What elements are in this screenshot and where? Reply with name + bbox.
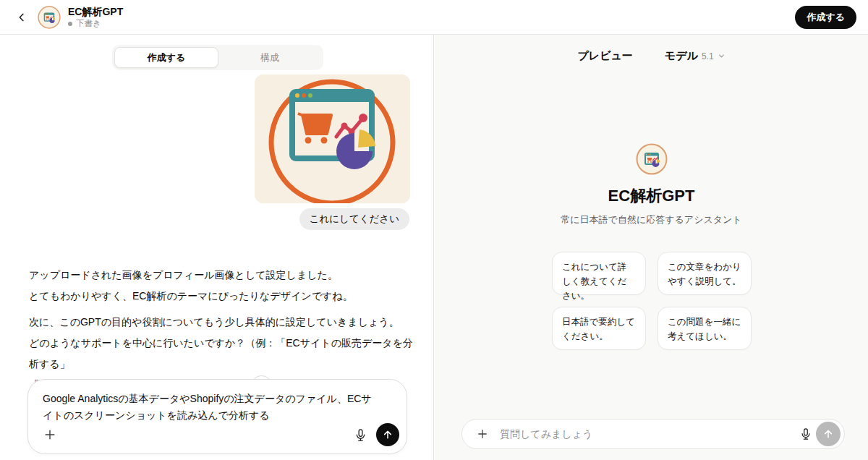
status-label: 下書き [76,19,101,28]
gpt-avatar-icon [636,143,668,175]
arrow-up-icon [382,429,393,440]
message-line: 次に、このGPTの目的や役割についてもう少し具体的に設定していきましょう。 [29,312,416,333]
message-input[interactable]: Google Analyticsの基本データやShopifyの注文データのファイ… [28,380,393,424]
conversation-starters: これについて詳しく教えてください。 この文章をわかりやすく説明して。 日本語で要… [552,252,752,350]
composer-toolbar [40,423,399,446]
gpt-preview-title: EC解析GPT [435,185,868,207]
gpt-hero: EC解析GPT 常に日本語で自然に応答するアシスタント [435,143,868,226]
starter-card[interactable]: 日本語で要約してください。 [552,307,646,350]
starter-card[interactable]: この文章をわかりやすく説明して。 [658,252,752,295]
model-label: モデル [665,49,698,63]
starter-card[interactable]: これについて詳しく教えてください。 [552,252,646,295]
model-version: 5.1 [702,51,714,61]
plus-icon [43,427,57,442]
gpt-name: EC解析GPT [68,6,123,17]
model-selector[interactable]: モデル 5.1 [665,49,726,63]
preview-panel: プレビュー モデル 5.1 [435,35,868,460]
builder-tabs: 作成する 構成 [112,45,323,70]
gpt-preview-subtitle: 常に日本語で自然に応答するアシスタント [435,213,868,226]
ec-analytics-illustration [255,74,410,203]
attach-button[interactable] [40,425,60,445]
preview-header: プレビュー モデル 5.1 [435,49,868,63]
status-dot-icon [68,22,72,26]
message-line: どのようなサポートを中心に行いたいですか？（例：「ECサイトの販売データを分析す… [29,333,416,375]
microphone-icon [799,427,812,440]
assistant-message-area: アップロードされた画像をプロフィール画像として設定しました。 とてもわかりやすく… [29,265,416,396]
back-button[interactable] [12,7,32,27]
gpt-avatar [38,6,61,29]
generated-profile-image[interactable] [255,74,410,203]
tab-create[interactable]: 作成する [114,47,218,68]
create-button[interactable]: 作成する [795,6,856,29]
chevron-down-icon [718,52,726,60]
dictation-button[interactable] [796,424,816,444]
attach-button[interactable] [472,424,493,444]
preview-composer[interactable] [461,419,845,449]
gpt-avatar-icon [38,6,61,29]
plus-icon [476,427,489,440]
preview-chat-input[interactable] [500,428,796,440]
use-this-image-button[interactable]: これにしてください [299,208,409,230]
preview-title: プレビュー [577,49,632,63]
assistant-message: アップロードされた画像をプロフィール画像として設定しました。 とてもわかりやすく… [29,265,416,307]
send-button[interactable] [376,423,399,446]
message-line: とてもわかりやすく、EC解析のテーマにぴったりなデザインですね。 [29,286,416,307]
arrow-up-icon [822,428,834,440]
dictation-button[interactable] [350,425,370,445]
chevron-left-icon [16,12,27,23]
app-header: EC解析GPT 下書き 作成する [0,0,868,35]
draft-status: 下書き [68,19,123,28]
message-line: アップロードされた画像をプロフィール画像として設定しました。 [29,265,416,286]
tab-configure[interactable]: 構成 [218,47,321,68]
builder-composer[interactable]: Google Analyticsの基本データやShopifyの注文データのファイ… [27,379,407,454]
starter-card[interactable]: この問題を一緒に考えてほしい。 [658,307,752,350]
builder-panel: 作成する 構成 これにしてください アップロードされた画像をプロフィール画像とし… [0,35,434,460]
gpt-avatar-large [636,143,668,175]
send-button[interactable] [816,422,841,446]
header-meta: EC解析GPT 下書き [68,6,123,28]
microphone-icon [354,428,367,442]
